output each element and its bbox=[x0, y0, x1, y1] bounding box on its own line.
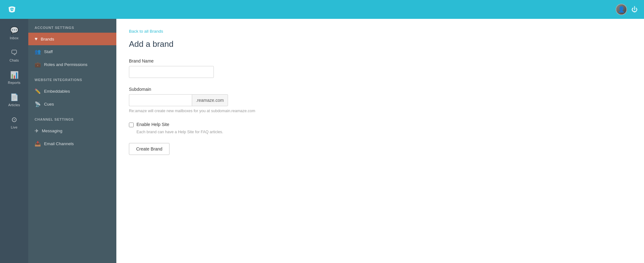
staff-icon: 👥 bbox=[35, 49, 41, 55]
sidebar-label-email: Email Channels bbox=[44, 141, 74, 146]
create-brand-button[interactable]: Create Brand bbox=[129, 143, 169, 155]
top-header: 👤 ⏻ bbox=[0, 0, 644, 19]
sidebar-section-website: WEBSITE INTEGRATIONS ✏️ Embeddables 📡 Cu… bbox=[28, 71, 116, 111]
nav-label-inbox: Inbox bbox=[10, 36, 19, 40]
nav-item-articles[interactable]: 📄 Articles bbox=[0, 89, 28, 111]
brand-name-input[interactable] bbox=[129, 66, 214, 78]
sidebar-label-cues: Cues bbox=[44, 102, 54, 107]
nav-label-chats: Chats bbox=[9, 58, 19, 62]
page-title: Add a brand bbox=[129, 39, 631, 49]
section-title-account: ACCOUNT SETTINGS bbox=[28, 19, 116, 33]
avatar-image: 👤 bbox=[616, 4, 626, 14]
brands-icon: ♥ bbox=[35, 36, 38, 42]
cues-icon: 📡 bbox=[35, 101, 41, 107]
help-site-checkbox-row: Enable Help Site bbox=[129, 122, 286, 127]
subdomain-hint: Re:amaze will create new mailboxes for y… bbox=[129, 109, 286, 113]
sidebar-label-roles: Roles and Permissions bbox=[44, 62, 87, 67]
main-layout: 💬 Inbox 🗨 Chats 📊 Reports 📄 Articles ⊙ L… bbox=[0, 19, 644, 263]
inbox-icon: 💬 bbox=[10, 26, 19, 35]
embeddables-icon: ✏️ bbox=[35, 88, 41, 94]
sidebar-label-embeddables: Embeddables bbox=[44, 89, 70, 94]
nav-item-reports[interactable]: 📊 Reports bbox=[0, 67, 28, 89]
sidebar-item-cues[interactable]: 📡 Cues bbox=[28, 98, 116, 111]
content-area: Back to all Brands Add a brand Brand Nam… bbox=[116, 19, 644, 263]
nav-item-live[interactable]: ⊙ Live bbox=[0, 111, 28, 134]
sidebar-section-account: ACCOUNT SETTINGS ♥ Brands 👥 Staff 💼 Role… bbox=[28, 19, 116, 71]
messaging-icon: ✈ bbox=[35, 128, 39, 134]
sidebar-label-staff: Staff bbox=[44, 49, 53, 54]
nav-item-chats[interactable]: 🗨 Chats bbox=[0, 44, 28, 67]
back-link[interactable]: Back to all Brands bbox=[129, 29, 163, 34]
sidebar-label-messaging: Messaging bbox=[42, 129, 62, 133]
subdomain-group: Subdomain .reamaze.com Re:amaze will cre… bbox=[129, 87, 286, 113]
help-site-group: Enable Help Site Each brand can have a H… bbox=[129, 122, 286, 134]
sidebar: ACCOUNT SETTINGS ♥ Brands 👥 Staff 💼 Role… bbox=[28, 19, 116, 263]
help-site-hint: Each brand can have a Help Site for FAQ … bbox=[136, 130, 286, 134]
live-icon: ⊙ bbox=[11, 116, 17, 124]
brand-name-label: Brand Name bbox=[129, 58, 286, 63]
nav-item-inbox[interactable]: 💬 Inbox bbox=[0, 22, 28, 44]
sidebar-item-brands[interactable]: ♥ Brands bbox=[28, 33, 116, 45]
section-title-website: WEBSITE INTEGRATIONS bbox=[28, 71, 116, 85]
add-brand-form: Brand Name Subdomain .reamaze.com Re:ama… bbox=[129, 58, 286, 155]
icon-nav: 💬 Inbox 🗨 Chats 📊 Reports 📄 Articles ⊙ L… bbox=[0, 19, 28, 263]
nav-label-live: Live bbox=[11, 125, 18, 129]
sidebar-label-brands: Brands bbox=[41, 37, 54, 41]
sidebar-section-channel: CHANNEL SETTINGS ✈ Messaging 📥 Email Cha… bbox=[28, 111, 116, 150]
chats-icon: 🗨 bbox=[11, 49, 18, 57]
articles-icon: 📄 bbox=[10, 93, 19, 101]
subdomain-input[interactable] bbox=[129, 94, 192, 106]
header-right: 👤 ⏻ bbox=[616, 4, 638, 15]
subdomain-row: .reamaze.com bbox=[129, 94, 255, 106]
roles-icon: 💼 bbox=[35, 62, 41, 68]
subdomain-label: Subdomain bbox=[129, 87, 286, 92]
nav-label-reports: Reports bbox=[8, 81, 20, 85]
email-icon: 📥 bbox=[35, 141, 41, 147]
sidebar-item-email[interactable]: 📥 Email Channels bbox=[28, 137, 116, 150]
reports-icon: 📊 bbox=[10, 71, 19, 79]
sidebar-item-embeddables[interactable]: ✏️ Embeddables bbox=[28, 85, 116, 98]
section-title-channel: CHANNEL SETTINGS bbox=[28, 111, 116, 124]
app-logo bbox=[6, 4, 18, 15]
power-icon[interactable]: ⏻ bbox=[631, 6, 638, 13]
sidebar-item-staff[interactable]: 👥 Staff bbox=[28, 45, 116, 58]
subdomain-suffix: .reamaze.com bbox=[192, 94, 228, 106]
avatar[interactable]: 👤 bbox=[616, 4, 627, 15]
sidebar-item-roles[interactable]: 💼 Roles and Permissions bbox=[28, 58, 116, 71]
brand-name-group: Brand Name bbox=[129, 58, 286, 78]
sidebar-item-messaging[interactable]: ✈ Messaging bbox=[28, 124, 116, 137]
help-site-label[interactable]: Enable Help Site bbox=[136, 122, 169, 127]
nav-label-articles: Articles bbox=[8, 103, 20, 107]
enable-help-site-checkbox[interactable] bbox=[129, 123, 134, 127]
